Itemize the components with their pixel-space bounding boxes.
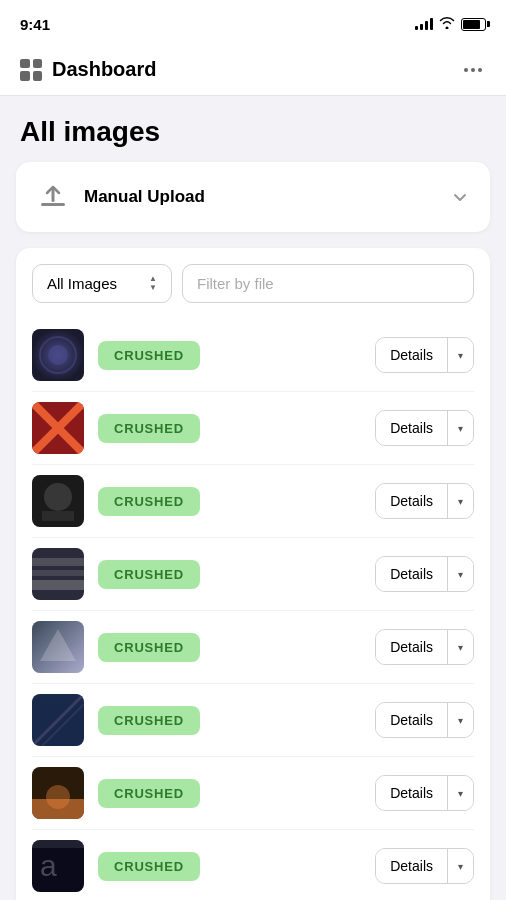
dropdown-button[interactable]: ▾ [448, 411, 473, 445]
svg-rect-12 [32, 580, 84, 590]
wifi-icon [439, 17, 455, 32]
filter-select-label: All Images [47, 275, 117, 292]
status-badge: CRUSHED [98, 633, 200, 662]
chevron-down-icon: ▾ [458, 496, 463, 507]
chevron-down-icon [450, 187, 470, 207]
dropdown-button[interactable]: ▾ [448, 484, 473, 518]
list-item: CRUSHEDDetails▾ [32, 611, 474, 684]
action-group: Details▾ [375, 848, 474, 884]
status-badge: CRUSHED [98, 706, 200, 735]
list-item: CRUSHEDDetails▾ [32, 538, 474, 611]
dropdown-button[interactable]: ▾ [448, 776, 473, 810]
more-options-button[interactable] [460, 64, 486, 76]
status-badge: CRUSHED [98, 341, 200, 370]
signal-icon [415, 18, 433, 30]
app-header: Dashboard [0, 44, 506, 96]
svg-rect-0 [41, 203, 65, 206]
details-button[interactable]: Details [376, 338, 448, 372]
chevron-down-icon: ▾ [458, 788, 463, 799]
list-item: CRUSHEDDetails▾ [32, 684, 474, 757]
chevron-down-icon: ▾ [458, 715, 463, 726]
action-group: Details▾ [375, 629, 474, 665]
status-badge-container: CRUSHED [98, 560, 365, 589]
list-item: CRUSHEDDetails▾ [32, 465, 474, 538]
status-bar: 9:41 [0, 0, 506, 44]
status-badge-container: CRUSHED [98, 633, 365, 662]
details-button[interactable]: Details [376, 630, 448, 664]
action-group: Details▾ [375, 556, 474, 592]
chevron-down-icon: ▾ [458, 350, 463, 361]
image-thumbnail [32, 548, 84, 600]
page-title: All images [0, 96, 506, 162]
svg-text:a: a [40, 849, 57, 882]
action-group: Details▾ [375, 775, 474, 811]
svg-point-7 [44, 483, 72, 511]
image-thumbnail [32, 694, 84, 746]
list-item: CRUSHEDDetails▾ [32, 757, 474, 830]
action-group: Details▾ [375, 410, 474, 446]
status-badge: CRUSHED [98, 779, 200, 808]
details-button[interactable]: Details [376, 484, 448, 518]
status-badge: CRUSHED [98, 560, 200, 589]
action-group: Details▾ [375, 483, 474, 519]
image-thumbnail [32, 621, 84, 673]
status-badge-container: CRUSHED [98, 706, 365, 735]
dropdown-button[interactable]: ▾ [448, 557, 473, 591]
chevron-down-icon: ▾ [458, 642, 463, 653]
dot-icon [471, 68, 475, 72]
status-badge: CRUSHED [98, 852, 200, 881]
battery-icon [461, 18, 486, 31]
svg-rect-22 [32, 840, 84, 848]
upload-icon [36, 180, 70, 214]
status-badge-container: CRUSHED [98, 341, 365, 370]
details-button[interactable]: Details [376, 776, 448, 810]
status-badge-container: CRUSHED [98, 779, 365, 808]
chevron-down-icon: ▾ [458, 423, 463, 434]
status-time: 9:41 [20, 16, 50, 33]
status-badge: CRUSHED [98, 414, 200, 443]
upload-card-left: Manual Upload [36, 180, 205, 214]
status-badge-container: CRUSHED [98, 414, 365, 443]
header-title: Dashboard [52, 58, 156, 81]
details-button[interactable]: Details [376, 849, 448, 883]
svg-rect-11 [32, 570, 84, 576]
manual-upload-card[interactable]: Manual Upload [16, 162, 490, 232]
images-filter-select[interactable]: All Images ▲ ▼ [32, 264, 172, 303]
status-badge-container: CRUSHED [98, 852, 365, 881]
dropdown-button[interactable]: ▾ [448, 338, 473, 372]
details-button[interactable]: Details [376, 557, 448, 591]
chevron-down-icon: ▾ [458, 569, 463, 580]
dropdown-button[interactable]: ▾ [448, 703, 473, 737]
svg-point-4 [48, 345, 68, 365]
filter-by-file-input[interactable]: Filter by file [182, 264, 474, 303]
list-item: CRUSHEDDetails▾ [32, 392, 474, 465]
dot-icon [464, 68, 468, 72]
image-thumbnail [32, 402, 84, 454]
svg-rect-10 [32, 558, 84, 566]
dot-icon [478, 68, 482, 72]
dashboard-icon [20, 59, 42, 81]
header-left: Dashboard [20, 58, 156, 81]
image-thumbnail: a [32, 840, 84, 892]
list-item: aCRUSHEDDetails▾ [32, 830, 474, 900]
image-list: CRUSHEDDetails▾CRUSHEDDetails▾CRUSHEDDet… [32, 319, 474, 900]
svg-rect-8 [42, 511, 74, 521]
image-thumbnail [32, 475, 84, 527]
filter-row: All Images ▲ ▼ Filter by file [32, 264, 474, 303]
dropdown-button[interactable]: ▾ [448, 849, 473, 883]
action-group: Details▾ [375, 337, 474, 373]
images-list-card: All Images ▲ ▼ Filter by file CRUSHEDDet… [16, 248, 490, 900]
chevron-down-icon: ▾ [458, 861, 463, 872]
details-button[interactable]: Details [376, 703, 448, 737]
image-thumbnail [32, 329, 84, 381]
dropdown-button[interactable]: ▾ [448, 630, 473, 664]
svg-rect-1 [52, 188, 55, 202]
status-badge-container: CRUSHED [98, 487, 365, 516]
select-arrows-icon: ▲ ▼ [149, 275, 157, 292]
image-thumbnail [32, 767, 84, 819]
svg-point-19 [46, 785, 70, 809]
details-button[interactable]: Details [376, 411, 448, 445]
upload-label: Manual Upload [84, 187, 205, 207]
action-group: Details▾ [375, 702, 474, 738]
status-badge: CRUSHED [98, 487, 200, 516]
